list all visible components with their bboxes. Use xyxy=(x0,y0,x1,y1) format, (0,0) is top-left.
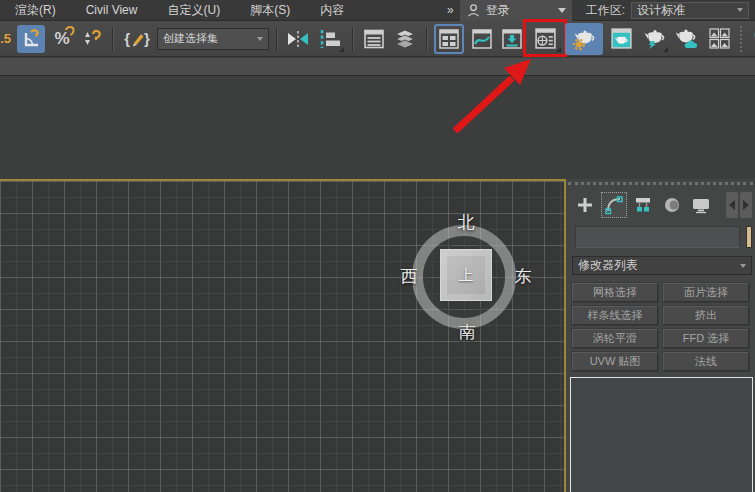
hierarchy-icon xyxy=(632,194,654,216)
asset-gallery-button[interactable] xyxy=(706,25,733,53)
modifier-patch-select-button[interactable]: 面片选择 xyxy=(663,283,749,302)
scene-layer-explorer-button[interactable] xyxy=(391,25,419,53)
toolbar-separator xyxy=(426,27,427,51)
toolbar-shelf-band xyxy=(0,58,755,76)
chevron-down-icon xyxy=(558,8,566,13)
user-icon xyxy=(466,3,481,18)
modifier-list-dropdown[interactable]: 修改器列表 xyxy=(572,256,752,275)
modifier-ffd-select-button[interactable]: FFD 选择 xyxy=(663,329,749,348)
motion-wheel-icon xyxy=(661,194,683,216)
lightbulb-tool-button[interactable] xyxy=(749,25,755,53)
viewcube-top-face[interactable]: 上 xyxy=(440,249,492,301)
percent-snap-toggle-button[interactable]: % xyxy=(48,25,76,53)
display-monitor-icon xyxy=(690,194,712,216)
workspace-value: 设计标准 xyxy=(637,2,737,19)
snap-25-icon: 2.5 xyxy=(0,32,11,45)
sign-in-label: 登录 xyxy=(486,2,510,19)
object-color-swatch[interactable] xyxy=(746,226,752,248)
modifier-list-value: 修改器列表 xyxy=(578,257,740,274)
menu-civil-view[interactable]: Civil View xyxy=(71,0,153,21)
compass-east-label[interactable]: 东 xyxy=(515,265,532,288)
menu-customize[interactable]: 自定义(U) xyxy=(152,0,235,21)
angle-snap-toggle-button[interactable] xyxy=(17,25,45,53)
panel-arrow-left-button[interactable] xyxy=(726,192,738,218)
layer-manager-icon xyxy=(363,28,385,50)
modifier-extrude-button[interactable]: 挤出 xyxy=(663,306,749,325)
schematic-view-button[interactable] xyxy=(499,25,525,53)
render-cloud-icon xyxy=(675,27,700,50)
modifier-stack-listbox[interactable] xyxy=(570,377,753,492)
empty-ui-area xyxy=(0,77,755,179)
rendered-frame-window-button[interactable] xyxy=(606,25,636,53)
modifier-normal-button[interactable]: 法线 xyxy=(663,352,749,371)
gallery-icon xyxy=(708,27,731,50)
flyout-corner-icon xyxy=(663,47,668,52)
modifier-spline-select-button[interactable]: 样条线选择 xyxy=(572,306,658,325)
render-production-button[interactable] xyxy=(639,25,669,53)
chevron-down-icon xyxy=(740,264,746,268)
tab-modify[interactable] xyxy=(601,192,627,218)
chevron-down-icon xyxy=(257,37,263,41)
object-name-row xyxy=(575,226,752,248)
rendered-frame-icon xyxy=(610,27,633,50)
workspace-dropdown[interactable]: 设计标准 xyxy=(631,2,749,19)
menu-scripting[interactable]: 脚本(S) xyxy=(235,0,305,21)
snap-hook-icon xyxy=(65,26,75,38)
curve-editor-button[interactable] xyxy=(467,25,496,53)
tab-motion[interactable] xyxy=(659,192,685,218)
command-panel: 修改器列表 网格选择 面片选择 样条线选择 挤出 涡轮平滑 FFD 选择 UVW… xyxy=(566,179,755,492)
angle-snap-icon xyxy=(20,28,42,50)
panel-arrow-right-button[interactable] xyxy=(740,192,752,218)
compass-west-label[interactable]: 西 xyxy=(401,265,418,288)
arrow-right-icon xyxy=(743,200,749,210)
viewport-top[interactable]: 上 北 南 西 东 xyxy=(0,179,566,492)
workspace-label: 工作区: xyxy=(586,2,625,19)
compass-north-label[interactable]: 北 xyxy=(458,211,475,234)
ribbon-toggle-button[interactable] xyxy=(434,24,464,54)
command-panel-tabs xyxy=(572,190,752,220)
arrow-left-icon xyxy=(729,200,735,210)
sign-in-button[interactable]: 登录 xyxy=(460,0,572,21)
lightbulb-icon xyxy=(751,27,755,50)
menu-content[interactable]: 内容 xyxy=(305,0,359,21)
modifier-uvw-map-button[interactable]: UVW 贴图 xyxy=(572,352,658,371)
modifier-mesh-select-button[interactable]: 网格选择 xyxy=(572,283,658,302)
create-plus-icon xyxy=(575,195,595,215)
grid-window-icon xyxy=(438,28,460,50)
modifier-turbosmooth-button[interactable]: 涡轮平滑 xyxy=(572,329,658,348)
pencil-icon xyxy=(130,31,144,47)
viewcube-top-label: 上 xyxy=(459,266,474,285)
chevron-down-icon xyxy=(737,8,743,12)
material-editor-button[interactable] xyxy=(528,25,562,53)
named-selection-set-dropdown[interactable]: 创建选择集 xyxy=(157,28,269,50)
tab-hierarchy[interactable] xyxy=(630,192,656,218)
layers-stack-icon xyxy=(394,28,416,50)
tab-display[interactable] xyxy=(688,192,714,218)
panel-scroll-arrows xyxy=(726,192,752,218)
spinner-snap-toggle-button[interactable] xyxy=(79,25,105,53)
panel-grip[interactable] xyxy=(568,182,753,185)
brace-close-icon: } xyxy=(144,31,150,46)
curve-editor-icon xyxy=(471,28,493,50)
render-setup-button[interactable] xyxy=(565,23,603,55)
layer-manager-button[interactable] xyxy=(360,25,388,53)
align-button[interactable] xyxy=(315,25,345,53)
compass-south-label[interactable]: 南 xyxy=(459,321,476,344)
menu-render[interactable]: 渲染(R) xyxy=(0,0,71,21)
toolbar-separator-dotted xyxy=(740,26,742,52)
render-in-cloud-button[interactable] xyxy=(672,25,703,53)
flyout-corner-icon xyxy=(556,47,561,52)
main-toolbar: 2.5 % { xyxy=(0,21,755,57)
schematic-view-icon xyxy=(501,28,523,50)
render-setup-teapot-icon xyxy=(571,27,597,51)
object-name-field[interactable] xyxy=(575,226,740,248)
spinner-snap-icon xyxy=(81,28,103,50)
menu-bar: 渲染(R) Civil View 自定义(U) 脚本(S) 内容 » 登录 工作… xyxy=(0,0,755,21)
snap-toggle-button[interactable]: 2.5 xyxy=(0,25,14,53)
modify-arc-icon xyxy=(603,194,625,216)
toolbar-overflow-chevron-icon[interactable]: » xyxy=(441,3,460,17)
tab-create[interactable] xyxy=(572,192,598,218)
mirror-button[interactable] xyxy=(284,25,312,53)
flyout-corner-icon xyxy=(339,47,344,52)
edit-named-selection-sets-button[interactable]: { } xyxy=(120,25,154,53)
